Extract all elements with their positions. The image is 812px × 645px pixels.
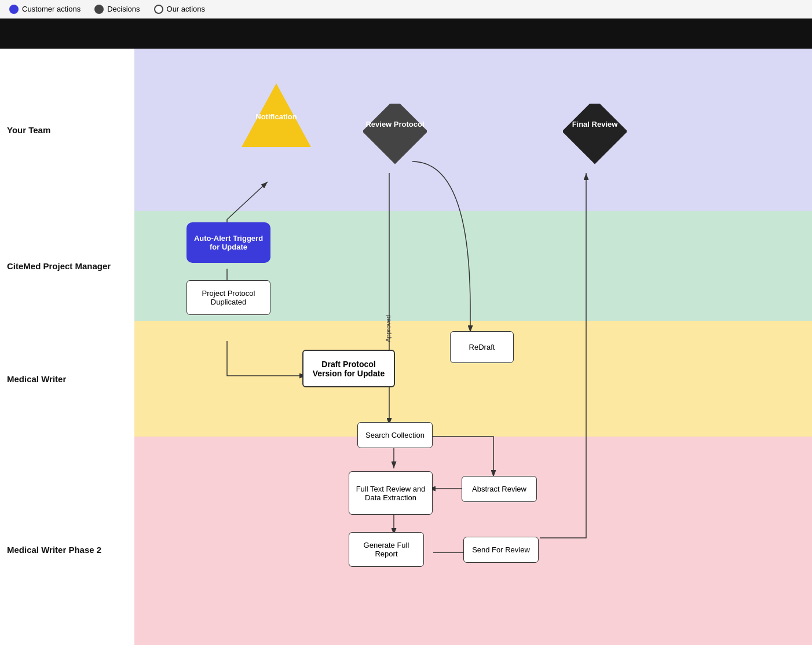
customer-actions-label: Customer actions: [22, 5, 81, 13]
final-review-diamond: Final Review: [563, 104, 627, 167]
our-actions-dot: [154, 5, 163, 14]
abstract-review-box: Abstract Review: [462, 476, 537, 502]
redraft-box: ReDraft: [450, 331, 514, 363]
review-protocol-diamond: Review Protocol: [363, 104, 427, 167]
swim-labels: Your Team CiteMed Project Manager Medica…: [0, 49, 134, 645]
lane-label-your-team: Your Team: [0, 49, 134, 211]
abstract-review-label: Abstract Review: [472, 485, 526, 493]
redraft-label: ReDraft: [469, 343, 495, 351]
approved-label: Approved: [385, 315, 392, 342]
project-protocol-box: Project Protocol Duplicated: [186, 280, 270, 315]
project-protocol-label: Project Protocol Duplicated: [192, 289, 265, 306]
notification-triangle: Notification: [239, 80, 314, 150]
generate-report-box: Generate Full Report: [349, 532, 424, 567]
send-for-review-box: Send For Review: [463, 537, 539, 563]
header-bar: [0, 19, 812, 49]
send-for-review-label: Send For Review: [472, 545, 530, 554]
search-collection-label: Search Collection: [365, 431, 425, 439]
decisions-legend: Decisions: [94, 5, 140, 14]
svg-rect-2: [363, 104, 427, 164]
diagram-container: Notification Review Protocol Final Revie…: [134, 49, 812, 645]
svg-marker-1: [242, 83, 311, 147]
svg-rect-3: [563, 104, 627, 164]
full-text-review-label: Full Text Review and Data Extraction: [354, 485, 427, 502]
decisions-label: Decisions: [107, 5, 140, 13]
our-actions-legend: Our actions: [154, 5, 205, 14]
full-text-review-box: Full Text Review and Data Extraction: [349, 471, 433, 515]
lane-label-citemd: CiteMed Project Manager: [0, 211, 134, 321]
generate-report-label: Generate Full Report: [354, 541, 419, 558]
main-layout: Your Team CiteMed Project Manager Medica…: [0, 49, 812, 645]
lane-label-medical-writer: Medical Writer: [0, 321, 134, 437]
swim-content: Notification Review Protocol Final Revie…: [134, 49, 812, 645]
search-collection-box: Search Collection: [357, 422, 433, 448]
draft-protocol-box: Draft Protocol Version for Update: [302, 350, 395, 387]
legend-bar: Customer actions Decisions Our actions: [0, 0, 812, 19]
auto-alert-label: Auto-Alert Triggerd for Update: [191, 234, 266, 251]
customer-actions-legend: Customer actions: [9, 5, 81, 14]
decisions-dot: [94, 5, 104, 14]
our-actions-label: Our actions: [167, 5, 205, 13]
auto-alert-box: Auto-Alert Triggerd for Update: [186, 222, 270, 263]
customer-actions-dot: [9, 5, 19, 14]
lane-label-medical-writer-2: Medical Writer Phase 2: [0, 437, 134, 645]
draft-protocol-label: Draft Protocol Version for Update: [308, 360, 389, 378]
